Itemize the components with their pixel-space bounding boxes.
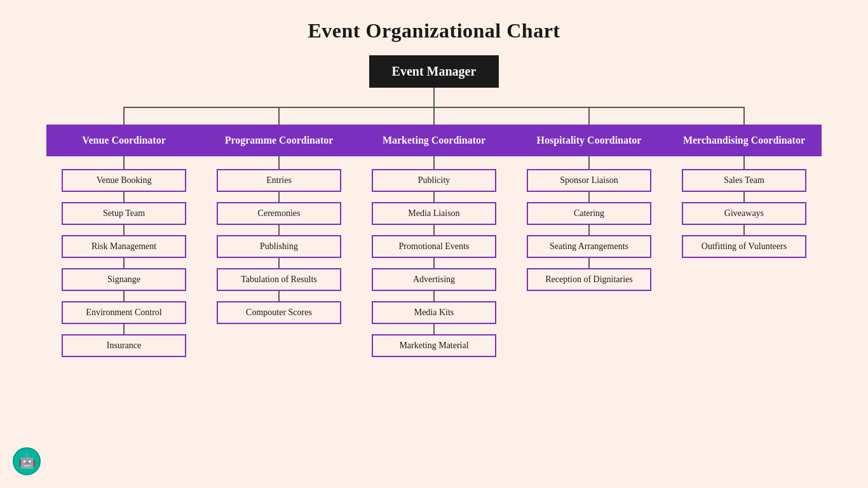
- page-title: Event Organizational Chart: [308, 0, 560, 55]
- child-connector-0-0: [123, 192, 125, 202]
- child-node-2-2: Promotional Events: [372, 235, 496, 258]
- col-header-4: Merchandising Coordinator: [667, 125, 822, 156]
- child-node-3-0: Sponsor Liaison: [527, 169, 651, 192]
- robot-icon[interactable]: 🤖: [13, 447, 41, 475]
- child-node-2-3: Advertising: [372, 268, 496, 291]
- col-top-connector-0: [123, 107, 125, 125]
- child-list-1: EntriesCeremoniesPublishingTabulation of…: [201, 169, 356, 324]
- col-header-3: Hospitality Coordinator: [512, 125, 667, 156]
- child-node-2-1: Media Liaison: [372, 202, 496, 225]
- level1-columns: Venue CoordinatorVenue BookingSetup Team…: [46, 107, 822, 357]
- child-list-3: Sponsor LiaisonCateringSeating Arrangeme…: [512, 169, 667, 291]
- child-node-3-3: Reception of Dignitaries: [527, 268, 651, 291]
- child-connector-3-2: [588, 258, 590, 268]
- root-connector: [433, 88, 435, 107]
- column-3: Hospitality CoordinatorSponsor LiaisonCa…: [512, 107, 667, 357]
- child-node-4-0: Sales Team: [682, 169, 806, 192]
- child-connector-4-1: [743, 225, 745, 235]
- child-node-0-3: Signange: [62, 268, 186, 291]
- col-top-connector-2: [433, 107, 435, 125]
- child-connector-1-3: [278, 291, 280, 301]
- child-list-0: Venue BookingSetup TeamRisk ManagementSi…: [46, 169, 201, 357]
- child-connector-0-1: [123, 225, 125, 235]
- col-body-connector-3: [588, 156, 590, 169]
- col-header-1: Programme Coordinator: [201, 125, 356, 156]
- child-list-2: PublicityMedia LiaisonPromotional Events…: [356, 169, 512, 357]
- child-node-1-4: Compouter Scores: [217, 301, 341, 324]
- child-list-4: Sales TeamGiveawaysOutfitting of Vulunte…: [667, 169, 822, 258]
- child-connector-0-3: [123, 291, 125, 301]
- child-node-4-2: Outfitting of Vulunteers: [682, 235, 806, 258]
- column-2: Marketing CoordinatorPublicityMedia Liai…: [356, 107, 512, 357]
- root-node: Event Manager: [369, 55, 499, 88]
- child-node-1-2: Publishing: [217, 235, 341, 258]
- child-node-0-1: Setup Team: [62, 202, 186, 225]
- child-node-1-0: Entries: [217, 169, 341, 192]
- col-top-connector-1: [278, 107, 280, 125]
- col-body-connector-1: [278, 156, 280, 169]
- col-header-2: Marketing Coordinator: [356, 125, 512, 156]
- child-connector-1-2: [278, 258, 280, 268]
- col-top-connector-4: [743, 107, 745, 125]
- col-body-connector-0: [123, 156, 125, 169]
- child-connector-2-4: [433, 324, 435, 334]
- col-top-connector-3: [588, 107, 590, 125]
- column-4: Merchandising CoordinatorSales TeamGivea…: [667, 107, 822, 357]
- child-connector-2-2: [433, 258, 435, 268]
- child-connector-0-4: [123, 324, 125, 334]
- column-0: Venue CoordinatorVenue BookingSetup Team…: [46, 107, 201, 357]
- child-node-2-4: Media Kits: [372, 301, 496, 324]
- child-node-0-2: Risk Management: [62, 235, 186, 258]
- child-connector-3-1: [588, 225, 590, 235]
- child-connector-0-2: [123, 258, 125, 268]
- col-header-0: Venue Coordinator: [46, 125, 201, 156]
- child-connector-1-1: [278, 225, 280, 235]
- child-node-1-3: Tabulation of Results: [217, 268, 341, 291]
- child-connector-2-0: [433, 192, 435, 202]
- child-connector-2-3: [433, 291, 435, 301]
- child-node-3-2: Seating Arrangements: [527, 235, 651, 258]
- child-node-2-5: Marketing Material: [372, 334, 496, 357]
- child-connector-2-1: [433, 225, 435, 235]
- child-connector-1-0: [278, 192, 280, 202]
- child-node-4-1: Giveaways: [682, 202, 806, 225]
- child-node-0-0: Venue Booking: [62, 169, 186, 192]
- child-node-0-4: Environment Control: [62, 301, 186, 324]
- col-body-connector-4: [743, 156, 745, 169]
- chart-container: Event Organizational Chart Event Manager…: [0, 0, 868, 357]
- child-node-3-1: Catering: [527, 202, 651, 225]
- child-node-1-1: Ceremonies: [217, 202, 341, 225]
- column-1: Programme CoordinatorEntriesCeremoniesPu…: [201, 107, 356, 357]
- child-connector-4-0: [743, 192, 745, 202]
- child-connector-3-0: [588, 192, 590, 202]
- col-body-connector-2: [433, 156, 435, 169]
- child-node-0-5: Insurance: [62, 334, 186, 357]
- child-node-2-0: Publicity: [372, 169, 496, 192]
